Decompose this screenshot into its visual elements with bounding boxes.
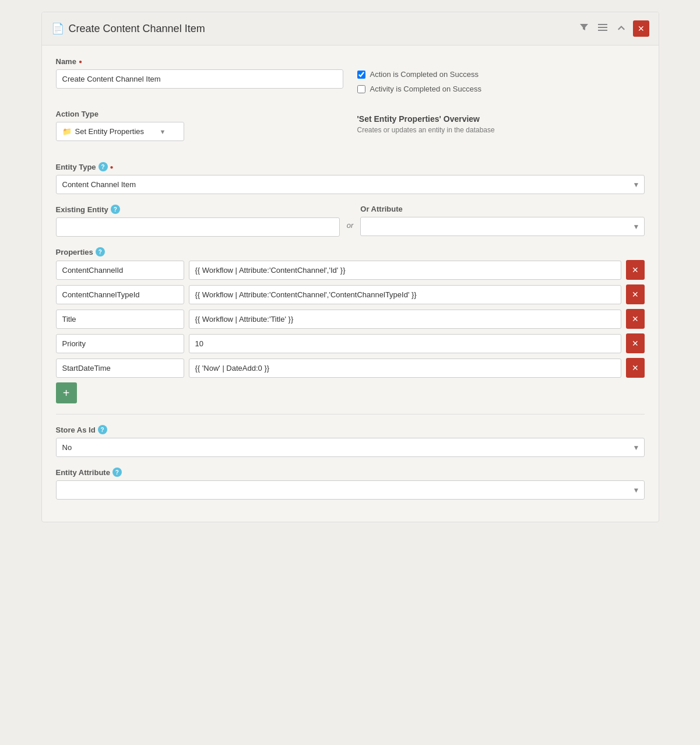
name-input[interactable] (56, 69, 343, 89)
store-as-id-group: Store As Id ? No ▼ (56, 425, 645, 457)
chevron-up-icon (617, 23, 626, 32)
action-type-col: Action Type 📁 Set Entity Properties ▼ (56, 110, 343, 152)
table-row: ✕ (56, 358, 645, 378)
remove-property-button[interactable]: ✕ (626, 284, 645, 304)
add-property-button[interactable]: + (56, 382, 77, 403)
menu-icon (598, 23, 607, 32)
header-left: 📄 Create Content Channel Item (51, 22, 205, 35)
activity-completed-input[interactable] (357, 85, 365, 93)
property-key-col (56, 285, 184, 304)
entity-type-help-icon[interactable]: ? (99, 162, 108, 171)
store-as-id-select[interactable]: No (56, 438, 645, 457)
remove-property-button[interactable]: ✕ (626, 309, 645, 329)
action-type-button[interactable]: 📁 Set Entity Properties ▼ (56, 122, 184, 141)
header-actions: ✕ (577, 20, 649, 37)
name-label: Name ● (56, 57, 343, 66)
action-completed-label: Action is Completed on Success (370, 70, 479, 79)
main-panel: 📄 Create Content Channel Item ✕ (41, 12, 659, 522)
or-attribute-select-wrapper: ▼ (360, 217, 644, 236)
property-value-input[interactable] (189, 310, 621, 329)
action-completed-input[interactable] (357, 71, 365, 79)
svg-rect-2 (598, 30, 607, 31)
properties-label: Properties ? (56, 247, 645, 256)
divider (56, 414, 645, 414)
store-as-id-help-icon[interactable]: ? (98, 425, 107, 434)
property-key-input[interactable] (56, 285, 184, 304)
name-col: Name ● (56, 57, 343, 99)
entity-attribute-help-icon[interactable]: ? (112, 468, 122, 477)
entity-type-label: Entity Type ? ● (56, 162, 645, 171)
existing-entity-input[interactable] (56, 217, 340, 237)
close-button[interactable]: ✕ (633, 20, 649, 37)
overview-box: 'Set Entity Properties' Overview Creates… (357, 110, 645, 139)
remove-icon: ✕ (632, 363, 639, 372)
remove-property-button[interactable]: ✕ (626, 260, 645, 280)
close-icon: ✕ (638, 24, 645, 33)
property-value-col (189, 310, 621, 329)
existing-entity-label: Existing Entity ? (56, 205, 340, 214)
table-row: ✕ (56, 309, 645, 329)
filter-button[interactable] (577, 20, 591, 37)
remove-icon: ✕ (632, 314, 639, 324)
property-value-input[interactable] (189, 334, 621, 353)
panel-header-icon: 📄 (51, 22, 64, 35)
property-key-input[interactable] (56, 310, 184, 329)
panel-body: Name ● Action is Completed on Success Ac… (42, 45, 659, 522)
action-type-value: Set Entity Properties (75, 127, 145, 136)
table-row: ✕ (56, 333, 645, 353)
entity-attribute-label: Entity Attribute ? (56, 468, 645, 477)
name-checkboxes-row: Name ● Action is Completed on Success Ac… (56, 57, 645, 99)
filter-icon (579, 23, 589, 32)
properties-help-icon[interactable]: ? (96, 247, 105, 256)
action-type-wrapper: 📁 Set Entity Properties ▼ (56, 122, 184, 141)
checkboxes-col: Action is Completed on Success Activity … (357, 57, 645, 99)
overview-col: 'Set Entity Properties' Overview Creates… (357, 110, 645, 152)
entity-type-select-wrapper: Content Channel Item ▼ (56, 175, 645, 194)
entity-type-required: ● (110, 164, 114, 170)
store-as-id-select-wrapper: No ▼ (56, 438, 645, 457)
action-type-row: Action Type 📁 Set Entity Properties ▼ 'S… (56, 110, 645, 152)
svg-rect-0 (598, 24, 607, 25)
action-type-group: Action Type 📁 Set Entity Properties ▼ (56, 110, 343, 141)
action-completed-checkbox[interactable]: Action is Completed on Success (357, 70, 645, 79)
table-row: ✕ (56, 260, 645, 280)
remove-property-button[interactable]: ✕ (626, 333, 645, 353)
name-required: ● (79, 58, 82, 65)
svg-rect-1 (598, 27, 607, 28)
property-key-input[interactable] (56, 334, 184, 353)
entity-type-group: Entity Type ? ● Content Channel Item ▼ (56, 162, 645, 194)
overview-description: Creates or updates an entity in the data… (357, 126, 645, 134)
property-key-input[interactable] (56, 261, 184, 280)
property-value-col (189, 261, 621, 280)
existing-entity-help-icon[interactable]: ? (111, 205, 120, 214)
remove-property-button[interactable]: ✕ (626, 358, 645, 378)
action-type-arrow: ▼ (160, 128, 166, 135)
entity-type-select[interactable]: Content Channel Item (56, 175, 645, 194)
remove-icon: ✕ (632, 339, 639, 348)
activity-completed-checkbox[interactable]: Activity is Completed on Success (357, 85, 645, 93)
property-value-input[interactable] (189, 261, 621, 280)
store-as-id-label: Store As Id ? (56, 425, 645, 434)
property-key-col (56, 334, 184, 353)
property-value-input[interactable] (189, 359, 621, 378)
or-separator: or (347, 205, 354, 230)
or-attribute-label: Or Attribute (360, 205, 644, 213)
property-key-col (56, 261, 184, 280)
property-key-col (56, 310, 184, 329)
or-attribute-select[interactable] (360, 217, 644, 236)
add-icon: + (63, 386, 70, 400)
property-value-input[interactable] (189, 285, 621, 304)
checkbox-group: Action is Completed on Success Activity … (357, 57, 645, 93)
name-group: Name ● (56, 57, 343, 89)
remove-icon: ✕ (632, 265, 639, 275)
overview-title: 'Set Entity Properties' Overview (357, 114, 645, 124)
entity-attribute-select[interactable] (56, 480, 645, 500)
property-key-col (56, 359, 184, 378)
properties-section: Properties ? ✕ ✕ (56, 247, 645, 403)
action-type-label: Action Type (56, 110, 343, 118)
folder-icon: 📁 (62, 127, 72, 136)
menu-button[interactable] (596, 20, 610, 37)
property-key-input[interactable] (56, 359, 184, 378)
panel-title: Create Content Channel Item (69, 23, 205, 35)
collapse-button[interactable] (614, 20, 628, 37)
